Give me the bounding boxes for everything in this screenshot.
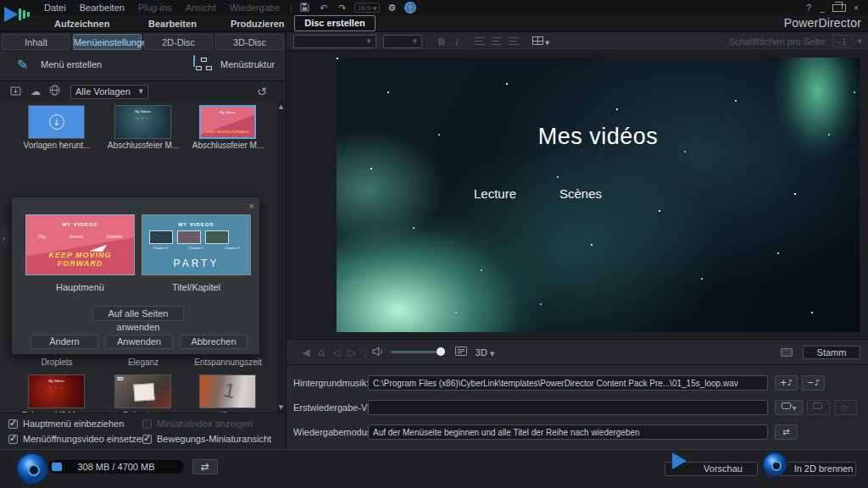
undo-icon[interactable]: ↶: [314, 3, 333, 14]
template-thumb[interactable]: My Videos — — —: [114, 105, 171, 139]
play-first-play-button: ▷: [834, 400, 857, 415]
playback-mode-input[interactable]: [368, 424, 768, 440]
fullscreen-monitor-icon[interactable]: [781, 348, 793, 357]
font-family-select[interactable]: ▼: [293, 35, 376, 48]
switch-capacity-button[interactable]: ⇄: [192, 459, 218, 474]
scroll-down-icon[interactable]: ▼: [277, 404, 285, 411]
volume-icon[interactable]: [372, 347, 384, 358]
menu-ansicht: Ansicht: [179, 3, 223, 13]
add-music-button[interactable]: +♪: [775, 375, 798, 391]
directorzone-globe-icon[interactable]: [49, 85, 60, 98]
disc-menu-item-lecture[interactable]: Lecture: [474, 186, 516, 201]
align-right-icon[interactable]: [509, 37, 519, 45]
menu-list-icon[interactable]: [455, 347, 467, 358]
align-left-icon[interactable]: [475, 37, 485, 45]
buttons-per-page[interactable]: Schaltflächen pro Seite: -1 ▼: [729, 35, 868, 47]
apply-button[interactable]: Anwenden: [105, 335, 173, 349]
root-menu-button[interactable]: Stamm: [803, 346, 860, 359]
left-panel: Inhalt Menüeinstellungen 2D-Disc 3D-Disc…: [0, 32, 286, 449]
change-button[interactable]: Ändern: [31, 335, 98, 349]
template-thumb[interactable]: 3D: [114, 374, 171, 408]
background-music-input[interactable]: [368, 375, 768, 391]
apply-template-dialog: × MY VIDEOS Play Scenes Subtitles KEEP M…: [11, 197, 260, 355]
main-menu-preview-thumb[interactable]: MY VIDEOS Play Scenes Subtitles KEEP MOV…: [25, 214, 135, 275]
set-first-play-button[interactable]: ▼: [775, 400, 803, 415]
create-menu-button[interactable]: Menü erstellen: [41, 59, 102, 69]
template-scrollbar[interactable]: ▲ ▼: [277, 102, 285, 413]
3d-mode-dropdown[interactable]: 3D ▼: [476, 347, 495, 358]
dialog-close-icon[interactable]: ×: [249, 201, 254, 211]
menu-options: Hauptmenü einbeziehen Miniaturindex anze…: [0, 413, 286, 449]
tab-3d-disc[interactable]: 3D-Disc: [215, 34, 284, 50]
capacity-meter: 308 MB / 4700 MB: [48, 460, 184, 474]
menu-structure-button[interactable]: Menüstruktur: [220, 59, 275, 69]
settings-gear-icon[interactable]: ⚙: [382, 3, 401, 14]
close-button[interactable]: ×: [849, 3, 863, 13]
prev-page-icon: ◁: [329, 347, 344, 358]
scroll-up-icon[interactable]: ▲: [277, 103, 285, 110]
restore-button[interactable]: [832, 4, 846, 12]
menu-datei[interactable]: Datei: [37, 3, 73, 13]
tab-2d-disc[interactable]: 2D-Disc: [144, 34, 213, 50]
apply-all-pages-button[interactable]: Auf alle Seiten anwenden: [92, 306, 184, 321]
template-name: Entspannungszeit: [190, 358, 266, 367]
home-icon: ⌂: [314, 347, 329, 358]
save-icon[interactable]: [296, 3, 314, 14]
tab-inhalt[interactable]: Inhalt: [2, 34, 70, 50]
preview-play-icon: [672, 452, 687, 469]
volume-slider[interactable]: [391, 351, 443, 353]
cancel-button[interactable]: Abbrechen: [180, 335, 248, 349]
disc-menu-preview[interactable]: Mes vidéos Lecture Scènes: [337, 58, 860, 332]
checkbox-icon[interactable]: [8, 419, 18, 429]
tab-produzieren[interactable]: Produzieren: [231, 15, 285, 32]
panel-expander[interactable]: ›: [0, 227, 8, 249]
checkbox-bewegungs-miniatur[interactable]: Bewegungs-Miniaturansicht: [142, 433, 271, 444]
template-download-thumb[interactable]: ↓: [28, 105, 85, 139]
text-format-toolbar: ▼ ▼ B I ▼ Schaltflächen pro Seite: -1 ▼: [287, 32, 868, 51]
next-page-icon: ▷: [344, 347, 359, 358]
tab-menueinstellungen[interactable]: Menüeinstellungen: [73, 34, 142, 50]
template-thumb[interactable]: 1: [199, 374, 256, 408]
import-template-icon[interactable]: [10, 86, 22, 98]
template-thumb[interactable]: My Videos — — —: [28, 374, 85, 408]
button-frame-style[interactable]: ▼: [532, 36, 549, 47]
bold-button[interactable]: B: [434, 36, 449, 47]
chapter-preview-thumb[interactable]: MY VIDEOS Chapter 1 Chapter 2 Chapter 3 …: [142, 214, 251, 275]
tab-disc-erstellen[interactable]: Disc erstellen: [294, 15, 376, 31]
menu-mode-row: ✎ Menü erstellen Menüstruktur: [0, 51, 286, 81]
playback-mode-button[interactable]: ⇄: [775, 424, 798, 440]
remove-music-button[interactable]: −♪: [802, 375, 825, 391]
first-play-video-input[interactable]: [368, 400, 768, 415]
support-headset-icon[interactable]: 🎧: [404, 2, 416, 14]
checkbox-icon[interactable]: [8, 435, 18, 444]
minimize-button[interactable]: _: [815, 3, 829, 13]
tab-bearbeiten[interactable]: Bearbeiten: [148, 15, 197, 32]
title-bar: Datei Bearbeiten Plug-ins Ansicht Wieder…: [0, 0, 868, 15]
template-name: Droplets: [19, 358, 95, 367]
cloud-download-icon[interactable]: ☁: [31, 86, 41, 97]
template-filter-select[interactable]: Alle Vorlagen▼: [70, 85, 148, 99]
template-filter-row: ☁ Alle Vorlagen▼ ↺: [0, 81, 286, 102]
template-thumb-selected[interactable]: My Videos — — — KEEP MOVING FORWARD: [199, 105, 256, 139]
pencil-icon: ✎: [17, 57, 28, 73]
checkbox-miniaturindex[interactable]: Miniaturindex anzeigen: [142, 418, 253, 429]
font-size-select[interactable]: ▼: [383, 35, 422, 48]
tab-aufzeichnen[interactable]: Aufzeichnen: [54, 15, 109, 32]
checkbox-icon[interactable]: [142, 419, 152, 429]
redo-icon[interactable]: ↷: [333, 3, 352, 14]
italic-button[interactable]: I: [449, 36, 465, 47]
help-button[interactable]: ?: [802, 3, 815, 13]
menu-plugins: Plug-ins: [131, 3, 179, 13]
disc-menu-title[interactable]: Mes vidéos: [337, 124, 860, 150]
template-grid: ↓ My Videos — — — My Videos — — — KEEP M…: [0, 102, 286, 413]
mode-tab-bar: Aufzeichnen Bearbeiten Produzieren Disc …: [0, 15, 868, 32]
reset-icon[interactable]: ↺: [257, 85, 267, 98]
stars: [337, 58, 338, 59]
disc-menu-item-scenes[interactable]: Scènes: [559, 186, 602, 201]
menu-bearbeiten[interactable]: Bearbeiten: [73, 3, 131, 13]
align-center-icon[interactable]: [492, 37, 502, 45]
aspect-ratio-dropdown[interactable]: 16:9 ▼: [354, 3, 380, 13]
checkbox-menueoffnungsvideo[interactable]: Menüöffnungsvideo einsetzen: [8, 433, 147, 444]
checkbox-icon[interactable]: [142, 435, 152, 444]
checkbox-hauptmenu[interactable]: Hauptmenü einbeziehen: [8, 418, 124, 429]
